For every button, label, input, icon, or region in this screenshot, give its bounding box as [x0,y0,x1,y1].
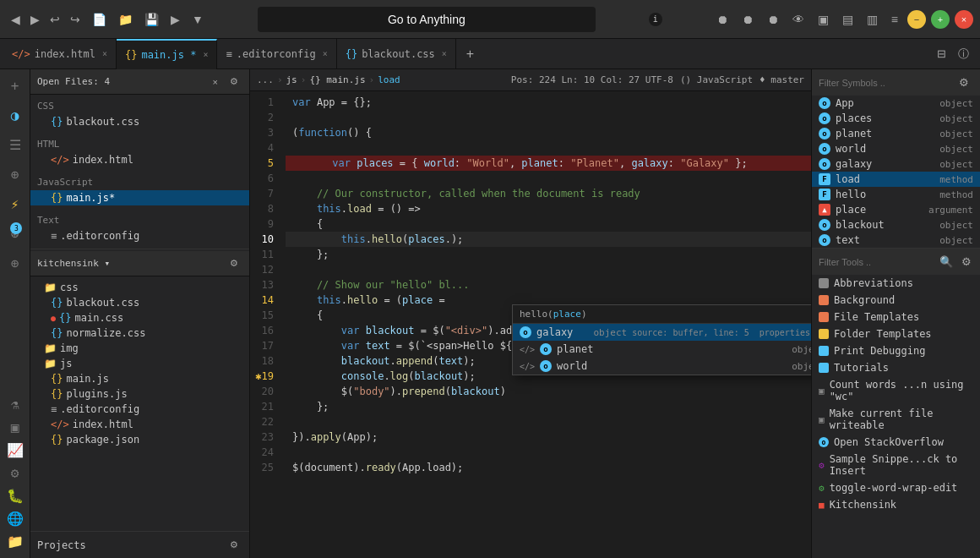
play-btn[interactable]: ▶ [166,9,184,30]
files-icon[interactable]: ◑ [8,104,23,127]
file-index-html-tree[interactable]: </> index.html [30,417,249,432]
folder-img[interactable]: 📁 img [30,341,249,356]
file-icon-btn[interactable]: 📄 [88,9,111,30]
record2-btn[interactable]: ⏺ [738,9,758,30]
add-icon[interactable]: + [8,74,23,97]
ac-item-galaxy[interactable]: o galaxy object source: buffer, line: 5 … [513,324,811,341]
flask-icon[interactable]: ⚗ [3,393,27,416]
minimize-btn[interactable]: − [907,10,926,29]
git-icon[interactable]: ⊛ 3 [8,222,23,245]
sym-blackout[interactable]: o blackout object [812,217,980,232]
layout1-btn[interactable]: ▣ [814,9,833,30]
sidebar-close-all[interactable]: × [209,74,222,90]
file-main-css[interactable]: ● {} main.css [30,310,249,326]
tool-background[interactable]: Background [812,292,980,309]
ac-item-planet[interactable]: </> o planet object [513,341,811,358]
file-package-json[interactable]: {} package.json [30,432,249,447]
file-plugins-js[interactable]: {} plugins.js [30,386,249,402]
file-blackout-css[interactable]: {} blackout.css [30,295,249,310]
folder2-icon[interactable]: 📁 [3,530,27,553]
bug-icon[interactable]: 🐛 [3,484,27,507]
nav-forward[interactable]: ▶ [26,9,44,30]
tool-file-templates[interactable]: File Templates [812,309,980,326]
tool-abbreviations[interactable]: Abbreviations [812,275,980,292]
tool-kitchensink[interactable]: ■ Kitchensink [812,496,980,513]
tab-close[interactable]: × [102,49,107,58]
tab-blackout-css[interactable]: {} blackout.css × [337,39,456,69]
chart-icon[interactable]: 📈 [3,439,27,462]
projects-settings[interactable]: ⚙ [226,537,242,553]
sym-place[interactable]: ▲ place argument [812,202,980,217]
sym-load[interactable]: F load method [812,172,980,187]
sym-world[interactable]: o world object [812,141,980,156]
close-btn[interactable]: × [955,10,973,29]
ac-item-world[interactable]: </> o world object [513,358,811,375]
open-file-editorconfig[interactable]: ≡ .editorconfig [30,228,249,243]
open-file-main-js[interactable]: {} main.js* [30,190,249,205]
sym-text[interactable]: o text object [812,232,980,248]
menu-btn[interactable]: ≡ [887,9,902,30]
sym-galaxy[interactable]: o galaxy object [812,156,980,172]
share-icon[interactable]: ⊕ [8,252,23,275]
symbols-settings[interactable]: ⚙ [955,74,973,91]
sym-places[interactable]: o places object [812,111,980,126]
record-btn[interactable]: ⏺ [712,9,732,30]
sym-planet[interactable]: o planet object [812,126,980,141]
tool-search[interactable]: 🔍 [935,253,957,271]
layout2-btn[interactable]: ▤ [838,9,858,30]
sym-app[interactable]: o App object [812,96,980,111]
tab-close[interactable]: × [442,49,447,58]
open-file-index-html[interactable]: </> index.html [30,152,249,167]
file-normalize-css[interactable]: {} normalize.css [30,326,249,341]
dropdown-btn[interactable]: ▼ [188,9,208,30]
tab-options[interactable]: ⊟ [933,44,950,64]
tab-main-js[interactable]: {} main.js * × [117,39,218,69]
lightning-icon[interactable]: ⚡ [8,193,23,216]
folder-css[interactable]: 📁 css [30,280,249,295]
filter-tools-input[interactable] [819,257,935,267]
tool-make-writeable[interactable]: ▣ Make current file writeable [812,405,980,434]
record3-btn[interactable]: ⏺ [763,9,783,30]
folder-js[interactable]: 📁 js [30,356,249,371]
tab-editorconfig[interactable]: ≡ .editorconfig × [217,39,336,69]
open-file-blackout-css[interactable]: {} blackout.css [30,114,249,129]
maximize-btn[interactable]: + [931,10,950,29]
folder-icon-btn[interactable]: 📁 [114,9,137,30]
go-to-anything-input[interactable] [258,7,596,32]
tab-info[interactable]: ⓘ [954,44,973,64]
tool-sample-snippet[interactable]: ⚙ Sample Snippe...ck to Insert [812,451,980,479]
globe2-icon[interactable]: 🌐 [3,507,27,530]
tool-count-words[interactable]: ▣ Count words ...n using "wc" [812,376,980,405]
nav-redo[interactable]: ↪ [66,9,84,30]
tab-index-html[interactable]: </> index.html × [3,39,117,69]
projects-label: Projects [37,539,86,551]
settings-icon2[interactable]: ⚙ [3,462,27,484]
tab-close[interactable]: × [323,49,328,58]
ac-type-galaxy: object [593,327,627,338]
tool-folder-templates[interactable]: Folder Templates [812,326,980,342]
file-editorconfig-tree[interactable]: ≡ .editorconfig [30,402,249,417]
eye-btn[interactable]: 👁 [788,9,808,30]
sym-hello[interactable]: F hello method [812,187,980,202]
tool-stackoverflow[interactable]: o Open StackOverflow [812,434,980,451]
filter-symbols-input[interactable] [819,78,955,88]
tool-settings[interactable]: ⚙ [957,253,976,271]
save-icon-btn[interactable]: 💾 [140,9,163,30]
symbols-header: ⚙ [812,69,980,96]
ln-15: 15 [250,308,279,323]
tab-close[interactable]: × [203,50,208,59]
menu2-icon[interactable]: ☰ [6,134,24,156]
sidebar-settings[interactable]: ⚙ [226,74,242,90]
project-settings[interactable]: ⚙ [226,255,242,271]
tool-tutorials[interactable]: Tutorials [812,359,980,376]
nav-back[interactable]: ◀ [7,9,24,30]
globe-icon[interactable]: ⊕ [8,163,23,186]
tool-print-debugging[interactable]: Print Debugging [812,342,980,359]
tool-toggle-wrap[interactable]: ⚙ toggle-word-wrap-edit [812,479,980,496]
nav-undo[interactable]: ↩ [46,9,64,30]
monitor-icon[interactable]: ▣ [3,416,27,439]
html-icon-tree: </> [51,418,69,430]
add-tab-btn[interactable]: + [460,46,481,62]
layout3-btn[interactable]: ▥ [863,9,882,30]
file-main-js-tree[interactable]: {} main.js [30,371,249,386]
